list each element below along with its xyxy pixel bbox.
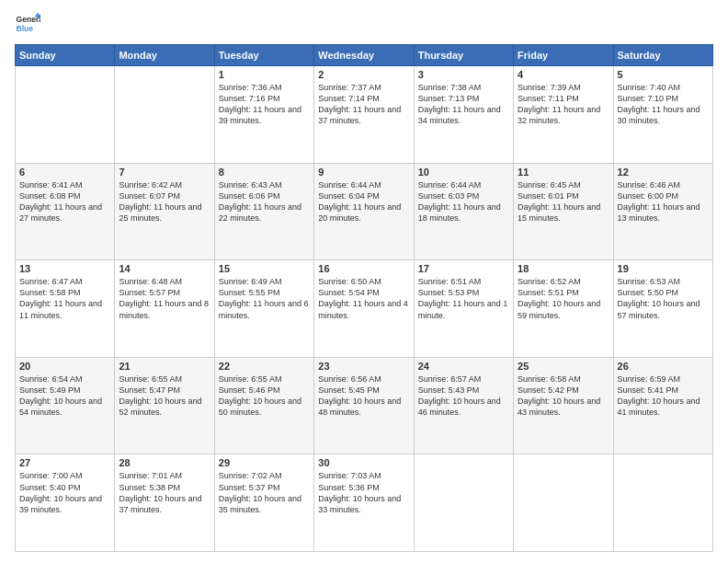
day-info: Sunrise: 6:57 AMSunset: 5:43 PMDaylight:…	[418, 373, 509, 419]
calendar-cell: 30Sunrise: 7:03 AMSunset: 5:36 PMDayligh…	[314, 454, 414, 552]
day-info: Sunrise: 6:48 AMSunset: 5:57 PMDaylight:…	[119, 276, 210, 321]
day-number: 9	[318, 167, 409, 178]
day-info: Sunrise: 6:51 AMSunset: 5:53 PMDaylight:…	[418, 276, 509, 321]
day-number: 3	[418, 69, 509, 80]
calendar-cell: 19Sunrise: 6:53 AMSunset: 5:50 PMDayligh…	[613, 260, 712, 358]
calendar-cell: 28Sunrise: 7:01 AMSunset: 5:38 PMDayligh…	[115, 454, 214, 552]
calendar-table: SundayMondayTuesdayWednesdayThursdayFrid…	[15, 44, 713, 552]
day-info: Sunrise: 6:50 AMSunset: 5:54 PMDaylight:…	[318, 276, 409, 321]
day-info: Sunrise: 7:03 AMSunset: 5:36 PMDaylight:…	[318, 470, 409, 515]
day-number: 27	[19, 457, 110, 468]
day-number: 29	[219, 457, 310, 468]
day-info: Sunrise: 7:01 AMSunset: 5:38 PMDaylight:…	[119, 470, 210, 515]
day-number: 13	[19, 263, 110, 274]
day-info: Sunrise: 6:43 AMSunset: 6:06 PMDaylight:…	[219, 179, 310, 224]
day-number: 12	[618, 167, 709, 178]
calendar-cell: 21Sunrise: 6:55 AMSunset: 5:47 PMDayligh…	[115, 357, 214, 454]
day-number: 2	[318, 69, 409, 80]
day-number: 17	[418, 263, 509, 274]
day-info: Sunrise: 7:02 AMSunset: 5:37 PMDaylight:…	[219, 470, 310, 515]
calendar-cell: 26Sunrise: 6:59 AMSunset: 5:41 PMDayligh…	[613, 357, 712, 454]
day-number: 1	[219, 69, 310, 80]
calendar-cell: 7Sunrise: 6:42 AMSunset: 6:07 PMDaylight…	[115, 163, 214, 260]
day-info: Sunrise: 7:40 AMSunset: 7:10 PMDaylight:…	[618, 82, 709, 127]
day-info: Sunrise: 6:47 AMSunset: 5:58 PMDaylight:…	[19, 276, 110, 321]
page: General Blue SundayMondayTuesdayWednesda…	[0, 0, 728, 563]
calendar-cell	[613, 454, 712, 552]
calendar-cell: 6Sunrise: 6:41 AMSunset: 6:08 PMDaylight…	[16, 163, 115, 260]
week-row-3: 13Sunrise: 6:47 AMSunset: 5:58 PMDayligh…	[16, 260, 713, 358]
day-number: 28	[119, 457, 210, 468]
day-info: Sunrise: 6:44 AMSunset: 6:03 PMDaylight:…	[418, 179, 509, 224]
calendar-cell: 15Sunrise: 6:49 AMSunset: 5:55 PMDayligh…	[214, 260, 313, 358]
day-number: 20	[19, 361, 110, 372]
day-number: 11	[518, 167, 609, 178]
weekday-saturday: Saturday	[613, 45, 712, 66]
logo: General Blue	[15, 11, 40, 37]
day-info: Sunrise: 6:55 AMSunset: 5:46 PMDaylight:…	[219, 373, 310, 419]
weekday-tuesday: Tuesday	[214, 45, 313, 66]
day-info: Sunrise: 7:36 AMSunset: 7:16 PMDaylight:…	[219, 82, 310, 127]
calendar-cell: 24Sunrise: 6:57 AMSunset: 5:43 PMDayligh…	[414, 357, 513, 454]
calendar-cell: 16Sunrise: 6:50 AMSunset: 5:54 PMDayligh…	[314, 260, 414, 358]
day-number: 4	[518, 69, 609, 80]
svg-text:Blue: Blue	[17, 24, 34, 33]
calendar-cell: 25Sunrise: 6:58 AMSunset: 5:42 PMDayligh…	[514, 357, 613, 454]
day-info: Sunrise: 6:44 AMSunset: 6:04 PMDaylight:…	[318, 179, 409, 224]
day-info: Sunrise: 6:58 AMSunset: 5:42 PMDaylight:…	[518, 373, 609, 419]
day-info: Sunrise: 6:41 AMSunset: 6:08 PMDaylight:…	[19, 179, 110, 224]
weekday-friday: Friday	[514, 45, 613, 66]
day-info: Sunrise: 7:39 AMSunset: 7:11 PMDaylight:…	[518, 82, 609, 127]
logo-icon: General Blue	[15, 11, 40, 37]
day-info: Sunrise: 6:56 AMSunset: 5:45 PMDaylight:…	[318, 373, 409, 419]
calendar-cell: 9Sunrise: 6:44 AMSunset: 6:04 PMDaylight…	[314, 163, 414, 260]
calendar-cell: 20Sunrise: 6:54 AMSunset: 5:49 PMDayligh…	[16, 357, 115, 454]
day-info: Sunrise: 6:54 AMSunset: 5:49 PMDaylight:…	[19, 373, 110, 419]
day-number: 26	[618, 361, 709, 372]
day-number: 10	[418, 167, 509, 178]
day-number: 25	[518, 361, 609, 372]
day-number: 8	[219, 167, 310, 178]
calendar-cell	[514, 454, 613, 552]
calendar-cell: 18Sunrise: 6:52 AMSunset: 5:51 PMDayligh…	[514, 260, 613, 358]
day-info: Sunrise: 6:52 AMSunset: 5:51 PMDaylight:…	[518, 276, 609, 321]
calendar-cell: 4Sunrise: 7:39 AMSunset: 7:11 PMDaylight…	[514, 66, 613, 164]
day-number: 6	[19, 167, 110, 178]
calendar-cell: 14Sunrise: 6:48 AMSunset: 5:57 PMDayligh…	[115, 260, 214, 358]
weekday-thursday: Thursday	[414, 45, 513, 66]
day-number: 22	[219, 361, 310, 372]
day-number: 30	[318, 457, 409, 468]
week-row-4: 20Sunrise: 6:54 AMSunset: 5:49 PMDayligh…	[16, 357, 713, 454]
day-number: 21	[119, 361, 210, 372]
calendar-cell	[16, 66, 115, 164]
calendar-cell: 27Sunrise: 7:00 AMSunset: 5:40 PMDayligh…	[16, 454, 115, 552]
calendar-cell: 1Sunrise: 7:36 AMSunset: 7:16 PMDaylight…	[214, 66, 313, 164]
day-info: Sunrise: 6:53 AMSunset: 5:50 PMDaylight:…	[618, 276, 709, 321]
calendar-cell	[414, 454, 513, 552]
weekday-header-row: SundayMondayTuesdayWednesdayThursdayFrid…	[16, 45, 713, 66]
day-info: Sunrise: 6:59 AMSunset: 5:41 PMDaylight:…	[618, 373, 709, 419]
calendar-cell: 23Sunrise: 6:56 AMSunset: 5:45 PMDayligh…	[314, 357, 414, 454]
weekday-sunday: Sunday	[16, 45, 115, 66]
calendar-cell: 29Sunrise: 7:02 AMSunset: 5:37 PMDayligh…	[214, 454, 313, 552]
calendar-cell: 5Sunrise: 7:40 AMSunset: 7:10 PMDaylight…	[613, 66, 712, 164]
day-info: Sunrise: 6:45 AMSunset: 6:01 PMDaylight:…	[518, 179, 609, 224]
weekday-monday: Monday	[115, 45, 214, 66]
day-number: 7	[119, 167, 210, 178]
calendar-cell: 10Sunrise: 6:44 AMSunset: 6:03 PMDayligh…	[414, 163, 513, 260]
day-number: 24	[418, 361, 509, 372]
calendar-cell: 11Sunrise: 6:45 AMSunset: 6:01 PMDayligh…	[514, 163, 613, 260]
day-info: Sunrise: 6:49 AMSunset: 5:55 PMDaylight:…	[219, 276, 310, 321]
day-number: 5	[618, 69, 709, 80]
day-info: Sunrise: 7:00 AMSunset: 5:40 PMDaylight:…	[19, 470, 110, 515]
week-row-2: 6Sunrise: 6:41 AMSunset: 6:08 PMDaylight…	[16, 163, 713, 260]
calendar-cell: 12Sunrise: 6:46 AMSunset: 6:00 PMDayligh…	[613, 163, 712, 260]
calendar-cell	[115, 66, 214, 164]
day-info: Sunrise: 7:38 AMSunset: 7:13 PMDaylight:…	[418, 82, 509, 127]
weekday-wednesday: Wednesday	[314, 45, 414, 66]
week-row-1: 1Sunrise: 7:36 AMSunset: 7:16 PMDaylight…	[16, 66, 713, 164]
day-number: 15	[219, 263, 310, 274]
day-number: 16	[318, 263, 409, 274]
week-row-5: 27Sunrise: 7:00 AMSunset: 5:40 PMDayligh…	[16, 454, 713, 552]
calendar-cell: 13Sunrise: 6:47 AMSunset: 5:58 PMDayligh…	[16, 260, 115, 358]
